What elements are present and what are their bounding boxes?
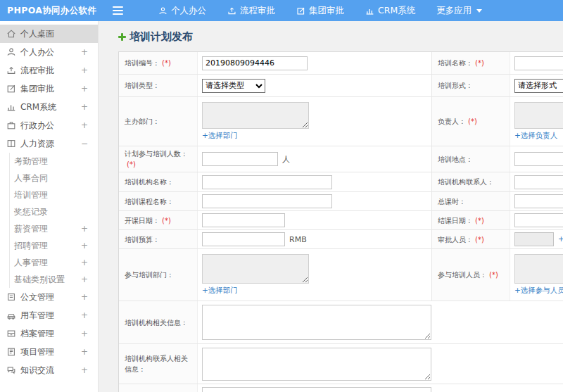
sidebar-item-personal-office[interactable]: 个人办公 + [0, 43, 98, 61]
expand-plus-icon[interactable]: + [81, 292, 88, 302]
chart-icon [6, 101, 17, 113]
expand-plus-icon[interactable]: + [81, 47, 88, 57]
org-contact-input[interactable] [514, 175, 563, 189]
approver-input[interactable] [514, 232, 554, 246]
flow-icon [6, 65, 17, 76]
briefcase-icon [6, 120, 17, 131]
training-require-label: 培训要求： [119, 384, 198, 392]
expand-plus-icon[interactable]: + [81, 329, 88, 339]
topbar: PHPOA协同办公软件 个人办公 流程审批 集团审批 CRM系统 更多应用 [0, 0, 563, 21]
start-date-label: 开课日期：(*) [119, 211, 198, 229]
expand-plus-icon[interactable]: + [81, 241, 88, 251]
user-icon [6, 46, 17, 58]
hr-book-icon [6, 138, 17, 149]
unit-person: 人 [282, 154, 290, 165]
org-contact-label: 培训机构联系人： [431, 172, 510, 191]
sidebar-item-document-mgmt[interactable]: 公文管理 + [0, 288, 98, 306]
sidebar-item-workflow-approval[interactable]: 流程审批 + [0, 61, 98, 80]
expand-plus-icon[interactable]: + [81, 258, 88, 267]
expand-plus-icon[interactable]: + [81, 120, 88, 130]
home-icon [6, 28, 17, 39]
select-join-dept-link[interactable]: +选择部门 [202, 286, 238, 296]
archive-icon [6, 328, 17, 339]
training-require-textarea[interactable] [202, 387, 431, 392]
sidebar-item-admin-office[interactable]: 行政办公 + [0, 116, 98, 134]
end-date-input[interactable] [514, 213, 563, 227]
sidebar-item-crm-system[interactable]: CRM系统 + [0, 98, 98, 116]
sidebar-item-archive-mgmt[interactable]: 档案管理 + [0, 324, 98, 343]
sidebar-item-vehicle-mgmt[interactable]: 用车管理 + [0, 306, 98, 324]
training-name-label: 培训名称：(*) [431, 52, 510, 74]
expand-plus-icon[interactable]: + [81, 224, 88, 234]
sidebar-item-project-mgmt[interactable]: 项目管理 + [0, 343, 98, 361]
sidebar-item-knowledge-exchange[interactable]: 知识交流 + [0, 361, 98, 379]
training-form-label: 培训形式： [431, 75, 510, 96]
edit-icon [6, 83, 17, 94]
org-contact-info-label: 培训机构联系人相关信息： [119, 344, 198, 384]
host-dept-label: 主办部门： [119, 97, 198, 146]
hr-submenu: 考勤管理 人事合同 培训管理 奖惩记录 薪资管理+ 招聘管理+ 人事管理+ 基础… [9, 153, 98, 288]
sidebar-item-attendance-mgmt[interactable]: 考勤管理 [10, 153, 98, 170]
sidebar-item-reward-record[interactable]: 奖惩记录 [10, 203, 98, 220]
training-no-label: 培训编号：(*) [119, 52, 198, 74]
join-person-textarea[interactable] [514, 254, 563, 284]
training-name-input[interactable] [514, 56, 563, 70]
chart-icon [365, 6, 374, 15]
place-label: 培训地点： [431, 146, 510, 172]
car-icon [6, 310, 17, 321]
sidebar-item-human-resources[interactable]: 人力资源 − [0, 134, 98, 153]
sidebar-item-training-mgmt[interactable]: 培训管理 [10, 186, 98, 203]
sidebar-item-recruit-mgmt[interactable]: 招聘管理+ [10, 237, 98, 254]
add-icon [118, 33, 126, 41]
hamburger-icon[interactable] [113, 6, 123, 15]
plan-num-input[interactable] [202, 152, 278, 166]
main-content: 培训计划发布 培训编号：(*) 培训名称：(*) 培训类型： 请选择类型 培训形… [99, 21, 563, 392]
join-person-label: 参与培训人员：(*) [431, 249, 510, 301]
plan-num-label: 计划参与培训人数：(*) [119, 146, 198, 172]
join-dept-textarea[interactable] [202, 254, 309, 284]
place-input[interactable] [514, 152, 563, 166]
select-approver-link[interactable]: +选择审批人员 [558, 234, 563, 244]
collapse-minus-icon[interactable]: − [81, 139, 88, 148]
total-hours-label: 总课时： [431, 192, 510, 210]
start-date-input[interactable] [202, 213, 285, 227]
leader-label: 负责人：(*) [431, 97, 510, 146]
caret-down-icon [476, 9, 482, 13]
course-name-label: 培训课程名称： [119, 192, 198, 210]
course-name-input[interactable] [202, 194, 332, 208]
expand-plus-icon[interactable]: + [81, 84, 88, 94]
total-hours-input[interactable] [514, 194, 563, 208]
budget-input[interactable] [202, 232, 285, 246]
nav-item-personal-office[interactable]: 个人办公 [158, 5, 206, 17]
org-contact-info-textarea[interactable] [202, 348, 431, 381]
expand-plus-icon[interactable]: + [81, 310, 88, 320]
training-form-select[interactable]: 请选择形式 [514, 79, 563, 93]
expand-plus-icon[interactable]: + [81, 347, 88, 357]
end-date-label: 结课日期：(*) [431, 211, 510, 229]
expand-plus-icon[interactable]: + [81, 65, 88, 75]
training-no-input[interactable] [202, 56, 308, 70]
expand-plus-icon[interactable]: + [81, 102, 88, 112]
select-dept-link[interactable]: +选择部门 [202, 131, 238, 141]
sidebar-item-salary-mgmt[interactable]: 薪资管理+ [10, 220, 98, 237]
training-type-select[interactable]: 请选择类型 [202, 79, 265, 93]
expand-plus-icon[interactable]: + [81, 274, 88, 284]
sidebar-item-base-category-settings[interactable]: 基础类别设置+ [10, 271, 98, 288]
sidebar-item-group-approval[interactable]: 集团审批 + [0, 80, 98, 98]
org-info-textarea[interactable] [202, 305, 431, 340]
sidebar-item-personal-desktop[interactable]: 个人桌面 [0, 25, 98, 43]
sidebar-item-personnel-mgmt[interactable]: 人事管理+ [10, 254, 98, 271]
nav-item-more-apps[interactable]: 更多应用 [436, 5, 482, 17]
nav-item-group-approval[interactable]: 集团审批 [296, 5, 344, 17]
expand-plus-icon[interactable]: + [81, 365, 88, 375]
org-name-input[interactable] [202, 175, 332, 189]
sidebar-item-hr-contract[interactable]: 人事合同 [10, 170, 98, 186]
page-title: 培训计划发布 [118, 30, 563, 44]
project-icon [6, 346, 17, 358]
host-dept-textarea[interactable] [202, 102, 309, 129]
leader-textarea[interactable] [514, 102, 563, 129]
select-join-person-link[interactable]: +选择参与人员 [514, 286, 563, 296]
nav-item-workflow-approval[interactable]: 流程审批 [227, 5, 275, 17]
select-leader-link[interactable]: +选择负责人 [514, 131, 557, 141]
nav-item-crm-system[interactable]: CRM系统 [365, 5, 415, 17]
